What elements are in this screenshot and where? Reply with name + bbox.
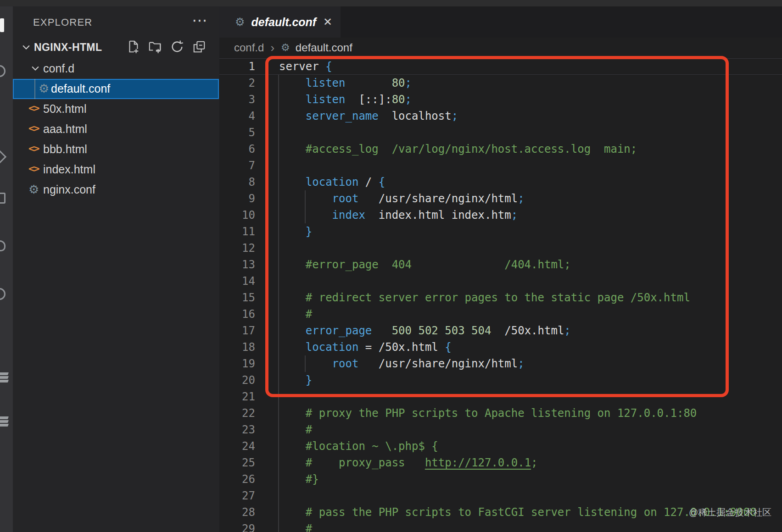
project-root-row[interactable]: NGINX-HTML	[13, 36, 219, 59]
line-number: 8	[219, 174, 255, 190]
tree-item-aaa-html[interactable]: <>aaa.html	[13, 119, 219, 139]
refresh-icon[interactable]	[170, 39, 184, 54]
code-text: #error_page 404 /404.html;	[255, 256, 571, 273]
tree-item-label: conf.d	[43, 62, 74, 75]
line-number: 29	[219, 521, 255, 532]
code-text	[255, 240, 279, 256]
new-file-icon[interactable]	[126, 39, 140, 54]
watermark: @稀土掘金技术社区	[689, 506, 771, 519]
extensions-icon[interactable]	[0, 193, 6, 204]
code-text: }	[255, 223, 312, 240]
code-line-27[interactable]: 27	[219, 488, 782, 504]
tree-item-index-html[interactable]: <>index.html	[13, 160, 219, 180]
code-line-19[interactable]: 19 root /usr/share/nginx/html;	[219, 355, 782, 372]
code-text: server_name localhost;	[255, 108, 458, 124]
line-number: 27	[219, 488, 255, 504]
code-line-16[interactable]: 16 #	[219, 306, 782, 322]
code-text: #}	[255, 471, 319, 488]
gear-icon: ⚙	[28, 183, 39, 195]
files-icon[interactable]	[0, 18, 4, 32]
code-line-1[interactable]: 1server {	[219, 58, 782, 75]
chevron-down-icon	[21, 42, 31, 52]
explorer-sidebar: EXPLORER ⋯ NGINX-HTML	[13, 6, 219, 532]
code-line-17[interactable]: 17 error_page 500 502 503 504 /50x.html;	[219, 322, 782, 339]
code-line-14[interactable]: 14	[219, 273, 782, 289]
line-number: 10	[219, 207, 255, 223]
collapse-folders-icon[interactable]	[192, 39, 207, 54]
code-line-24[interactable]: 24 #location ~ \.php$ {	[219, 438, 782, 454]
line-number: 26	[219, 471, 255, 488]
code-line-18[interactable]: 18 location = /50x.html {	[219, 339, 782, 355]
line-number: 21	[219, 388, 255, 405]
activity-bar	[0, 0, 13, 532]
code-line-4[interactable]: 4 server_name localhost;	[219, 108, 782, 124]
code-line-25[interactable]: 25 # proxy_pass http://127.0.0.1;	[219, 454, 782, 471]
code-line-15[interactable]: 15 # redirect server error pages to the …	[219, 289, 782, 306]
code-line-22[interactable]: 22 # proxy the PHP scripts to Apache lis…	[219, 405, 782, 421]
tab-default-conf[interactable]: ⚙ default.conf ✕	[219, 6, 341, 38]
code-line-29[interactable]: 29 #	[219, 521, 782, 532]
gear-icon: ⚙	[235, 17, 245, 28]
code-line-20[interactable]: 20 }	[219, 372, 782, 388]
html-file-icon: <>	[28, 102, 39, 114]
gear-icon: ⚙	[281, 43, 290, 53]
explorer-actions	[126, 39, 207, 54]
code-line-23[interactable]: 23 #	[219, 421, 782, 438]
editor-group: ⚙ default.conf ✕ conf.d › ⚙ default.conf…	[219, 6, 782, 532]
tree-item-nginx-conf[interactable]: ⚙nginx.conf	[13, 180, 219, 200]
code-line-3[interactable]: 3 listen [::]:80;	[219, 91, 782, 108]
tree-item-label: nginx.conf	[43, 183, 95, 196]
account-icon[interactable]	[0, 240, 6, 251]
code-text: # proxy_pass http://127.0.0.1;	[255, 454, 538, 471]
code-line-21[interactable]: 21	[219, 388, 782, 405]
code-line-5[interactable]: 5	[219, 124, 782, 141]
code-line-11[interactable]: 11 }	[219, 223, 782, 240]
code-line-7[interactable]: 7	[219, 157, 782, 174]
more-actions-icon[interactable]: ⋯	[192, 11, 207, 29]
code-text: #location ~ \.php$ {	[255, 438, 438, 454]
line-number: 25	[219, 454, 255, 471]
stack-icon[interactable]	[0, 371, 10, 386]
tree-item-bbb-html[interactable]: <>bbb.html	[13, 139, 219, 160]
code-text: #	[255, 421, 312, 438]
code-line-12[interactable]: 12	[219, 240, 782, 256]
gear-icon: ⚙	[39, 83, 49, 94]
line-number: 15	[219, 289, 255, 306]
html-file-icon: <>	[28, 122, 39, 134]
tree-item-label: default.conf	[51, 82, 110, 95]
line-number: 6	[219, 141, 255, 157]
code-line-26[interactable]: 26 #}	[219, 471, 782, 488]
line-number: 11	[219, 223, 255, 240]
line-number: 7	[219, 157, 255, 174]
stack-icon[interactable]	[0, 416, 10, 430]
line-number: 13	[219, 256, 255, 273]
search-icon[interactable]	[0, 65, 6, 77]
new-folder-icon[interactable]	[148, 39, 162, 54]
run-icon[interactable]	[0, 150, 6, 163]
settings-icon[interactable]	[0, 288, 6, 300]
breadcrumb-folder[interactable]: conf.d	[234, 41, 264, 54]
line-number: 16	[219, 306, 255, 322]
code-editor[interactable]: 1server {2 listen 80;3 listen [::]:80;4 …	[219, 58, 782, 532]
code-line-8[interactable]: 8 location / {	[219, 174, 782, 190]
line-number: 20	[219, 372, 255, 388]
code-text: index index.html index.htm;	[255, 207, 518, 223]
code-line-9[interactable]: 9 root /usr/share/nginx/html;	[219, 190, 782, 207]
code-line-13[interactable]: 13 #error_page 404 /404.html;	[219, 256, 782, 273]
breadcrumb-file[interactable]: default.conf	[296, 41, 352, 54]
code-line-2[interactable]: 2 listen 80;	[219, 75, 782, 91]
code-text: root /usr/share/nginx/html;	[255, 355, 525, 372]
tree-item-50x-html[interactable]: <>50x.html	[13, 99, 219, 119]
tree-indent-guide	[34, 79, 35, 99]
code-text: #access_log /var/log/nginx/host.access.l…	[255, 141, 637, 157]
code-line-10[interactable]: 10 index index.html index.htm;	[219, 207, 782, 223]
tree-item-conf-d[interactable]: conf.d	[13, 59, 219, 79]
code-text	[255, 124, 279, 141]
tree-item-label: aaa.html	[43, 122, 87, 136]
code-line-6[interactable]: 6 #access_log /var/log/nginx/host.access…	[219, 141, 782, 157]
tree-item-default-conf[interactable]: ⚙default.conf	[13, 79, 219, 99]
line-number: 23	[219, 421, 255, 438]
close-icon[interactable]: ✕	[323, 16, 332, 28]
tab-label: default.conf	[251, 16, 317, 29]
explorer-title: EXPLORER	[33, 17, 92, 28]
